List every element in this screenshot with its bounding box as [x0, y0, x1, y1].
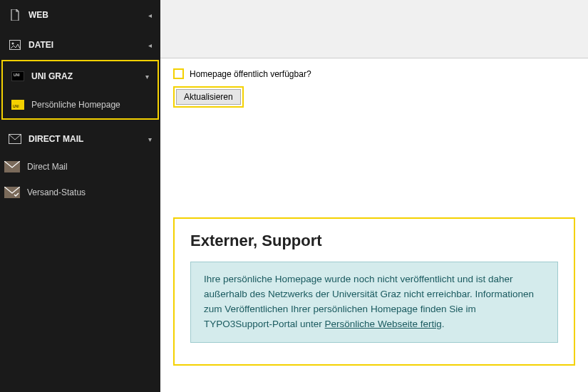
chevron-down-icon: ▾: [148, 135, 152, 143]
checkbox-public[interactable]: [173, 68, 184, 79]
chevron-left-icon: ◂: [148, 11, 152, 19]
image-icon: [9, 38, 21, 51]
info-text-2: .: [442, 319, 445, 329]
topbar: [160, 0, 588, 58]
mail-check-icon: [4, 187, 20, 198]
sidebar: WEB ◂ DATEI ◂ UNI GRAZ ▾ Persönliche Hom…: [0, 0, 160, 392]
sidebar-label-personal-hp: Persönliche Homepage: [31, 100, 120, 110]
info-link[interactable]: Persönliche Webseite fertig: [325, 319, 442, 329]
sidebar-label-datei: DATEI: [29, 40, 53, 50]
sidebar-highlight-box: UNI GRAZ ▾ Persönliche Homepage: [1, 60, 159, 120]
info-box: Ihre persönliche Homepage wurde noch nic…: [190, 262, 558, 343]
sidebar-label-versand-status: Versand-Status: [27, 187, 86, 197]
sidebar-label-direct-mail: Direct Mail: [27, 162, 68, 172]
chevron-down-icon: ▾: [145, 73, 149, 81]
content-area: Homepage öffentlich verfügbar? Aktualisi…: [160, 58, 588, 118]
sidebar-item-datei[interactable]: DATEI ◂: [0, 30, 160, 60]
sidebar-label-web: WEB: [29, 10, 48, 20]
sidebar-item-direct-mail-header[interactable]: DIRECT MAIL ▾: [0, 124, 160, 154]
uni-icon: [11, 70, 24, 83]
support-box: Externer, Support Ihre persönliche Homep…: [173, 217, 575, 366]
sidebar-item-web[interactable]: WEB ◂: [0, 0, 160, 30]
support-title: Externer, Support: [190, 232, 558, 250]
update-button[interactable]: Aktualisieren: [176, 89, 241, 105]
page-icon: [9, 9, 21, 21]
chevron-left-icon: ◂: [148, 41, 152, 49]
svg-point-1: [12, 43, 14, 45]
uni-yellow-icon: [11, 98, 24, 111]
sidebar-label-unigraz: UNI GRAZ: [31, 71, 73, 81]
sidebar-item-versand-status[interactable]: Versand-Status: [0, 180, 160, 205]
checkbox-row: Homepage öffentlich verfügbar?: [173, 68, 575, 79]
mail-brown-icon: [4, 161, 20, 172]
sidebar-item-direct-mail[interactable]: Direct Mail: [0, 154, 160, 180]
button-highlight: Aktualisieren: [173, 86, 244, 108]
sidebar-item-unigraz[interactable]: UNI GRAZ ▾: [3, 61, 158, 91]
sidebar-label-direct-mail-header: DIRECT MAIL: [29, 134, 83, 144]
mail-icon: [9, 133, 21, 145]
sidebar-item-personal-homepage[interactable]: Persönliche Homepage: [3, 91, 158, 118]
checkbox-label: Homepage öffentlich verfügbar?: [190, 69, 311, 79]
main-area: Homepage öffentlich verfügbar? Aktualisi…: [160, 0, 588, 392]
